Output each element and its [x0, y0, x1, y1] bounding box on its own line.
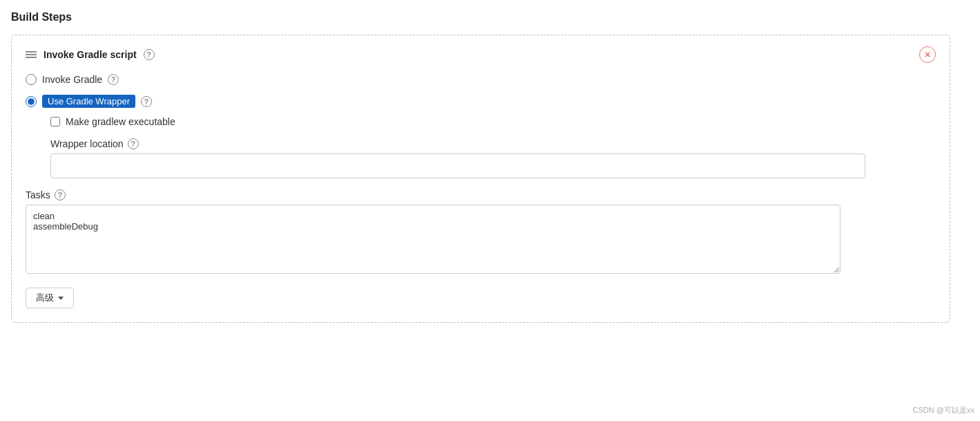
- wrapper-location-group: Wrapper location ?: [50, 138, 936, 178]
- card-header-left: Invoke Gradle script ?: [26, 49, 155, 60]
- tasks-help-icon[interactable]: ?: [55, 189, 66, 200]
- wrapper-location-label-row: Wrapper location ?: [50, 138, 936, 149]
- make-gradlew-executable-checkbox[interactable]: [50, 117, 60, 127]
- card-title-help-icon[interactable]: ?: [144, 49, 155, 60]
- close-button[interactable]: ×: [919, 46, 936, 63]
- make-gradlew-executable-label[interactable]: Make gradlew executable: [66, 116, 175, 127]
- invoke-gradle-radio[interactable]: [26, 74, 37, 85]
- radio-row-invoke-gradle: Invoke Gradle ?: [26, 74, 936, 85]
- tasks-textarea[interactable]: clean assembleDebug: [26, 205, 840, 274]
- chevron-down-icon: [58, 297, 64, 300]
- drag-handle-icon[interactable]: [26, 51, 37, 58]
- tasks-section: Tasks ? clean assembleDebug: [26, 189, 936, 274]
- use-gradle-wrapper-help-icon[interactable]: ?: [141, 96, 152, 107]
- card-title: Invoke Gradle script: [44, 49, 137, 60]
- wrapper-location-input[interactable]: [50, 153, 865, 178]
- card-header: Invoke Gradle script ? ×: [26, 46, 936, 63]
- advanced-button-label: 高级: [36, 292, 54, 304]
- page-title: Build Steps: [11, 11, 969, 24]
- build-step-card: Invoke Gradle script ? × Invoke Gradle ?…: [11, 35, 950, 323]
- nested-section: Make gradlew executable Wrapper location…: [50, 116, 936, 178]
- wrapper-location-label: Wrapper location: [50, 138, 124, 149]
- watermark: CSDN @可以是xx: [913, 405, 974, 415]
- invoke-gradle-help-icon[interactable]: ?: [108, 74, 119, 85]
- use-gradle-wrapper-radio[interactable]: [26, 96, 37, 107]
- use-gradle-wrapper-label[interactable]: Use Gradle Wrapper: [42, 95, 135, 108]
- radio-group: Invoke Gradle ? Use Gradle Wrapper ?: [26, 74, 936, 108]
- invoke-gradle-label[interactable]: Invoke Gradle: [42, 74, 102, 85]
- advanced-button[interactable]: 高级: [26, 288, 74, 308]
- make-gradlew-executable-row: Make gradlew executable: [50, 116, 936, 127]
- tasks-label: Tasks: [26, 189, 50, 200]
- tasks-label-row: Tasks ?: [26, 189, 936, 200]
- wrapper-location-help-icon[interactable]: ?: [128, 138, 139, 149]
- radio-row-use-gradle-wrapper: Use Gradle Wrapper ?: [26, 95, 936, 108]
